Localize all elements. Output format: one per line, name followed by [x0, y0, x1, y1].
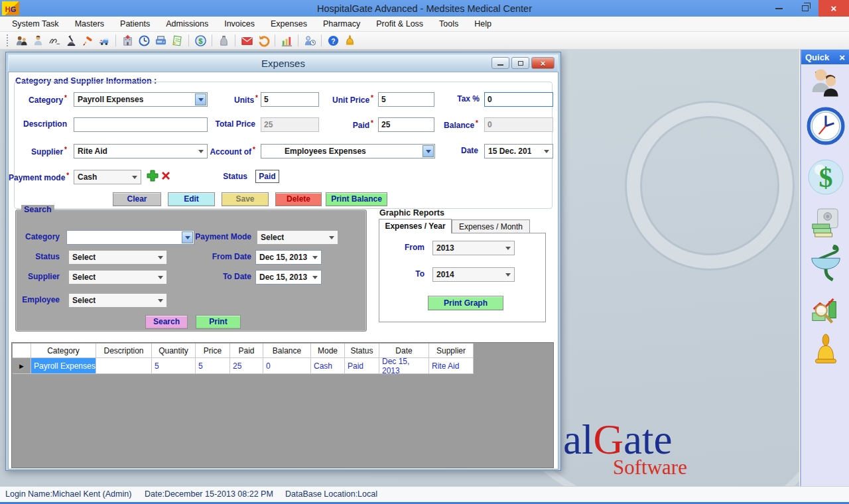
menu-expenses[interactable]: Expenses	[263, 17, 315, 31]
category-combo[interactable]: Payroll Expenses	[74, 92, 208, 107]
col-price[interactable]: Price	[196, 344, 230, 358]
fax-icon[interactable]	[153, 33, 168, 48]
cell-category[interactable]: Payroll Expenses	[31, 358, 96, 374]
help-icon[interactable]: ?	[326, 33, 340, 48]
search-button[interactable]: Search	[145, 315, 188, 329]
col-status[interactable]: Status	[345, 344, 379, 358]
patient-icon[interactable]	[31, 33, 45, 48]
expenses-close-button[interactable]: ×	[531, 57, 555, 69]
cell-description[interactable]	[96, 358, 152, 374]
account-of-combo[interactable]: Employees Expenses	[261, 144, 435, 158]
col-quantity[interactable]: Quantity	[152, 344, 196, 358]
date-picker[interactable]: 15 Dec. 201	[484, 144, 553, 158]
description-input[interactable]	[74, 117, 208, 132]
quick-analysis-icon[interactable]	[810, 296, 840, 330]
col-description[interactable]: Description	[96, 344, 152, 358]
cell-paid[interactable]: 25	[230, 358, 263, 374]
table-row[interactable]: ► Payroll Expenses 5 5 25 0 Cash Paid De…	[13, 358, 474, 374]
status-value: Paid	[255, 170, 279, 183]
cell-price[interactable]: 5	[196, 358, 230, 374]
tax-input[interactable]	[484, 92, 553, 107]
graph-to-combo[interactable]: 2014	[432, 267, 515, 282]
menu-system-task[interactable]: System Task	[4, 17, 67, 31]
col-category[interactable]: Category	[31, 344, 96, 358]
close-button[interactable]: ×	[818, 0, 849, 17]
menu-profit-loss[interactable]: Profit & Loss	[368, 17, 431, 31]
signature-icon[interactable]	[47, 33, 62, 48]
print-balance-button[interactable]: Print Balance	[326, 192, 387, 206]
microscope-icon[interactable]	[64, 33, 78, 48]
chevron-down-icon[interactable]	[423, 145, 434, 157]
patients-group-icon[interactable]	[14, 33, 29, 48]
restore-button[interactable]	[792, 0, 818, 17]
graph-from-combo[interactable]: 2013	[432, 241, 515, 255]
menu-invoices[interactable]: Invoices	[216, 17, 263, 31]
chevron-down-icon[interactable]	[195, 94, 206, 105]
cell-supplier[interactable]: Rite Aid	[429, 358, 474, 374]
quick-staff-icon[interactable]	[808, 66, 842, 104]
menu-masters[interactable]: Masters	[67, 17, 112, 31]
quick-clock-icon[interactable]	[807, 107, 845, 148]
col-balance[interactable]: Balance	[263, 344, 311, 358]
col-mode[interactable]: Mode	[311, 344, 345, 358]
menu-patients[interactable]: Patients	[112, 17, 158, 31]
staff-schedule-icon[interactable]	[302, 33, 317, 48]
search-payment-mode-combo[interactable]: Select	[257, 230, 338, 245]
clock-icon[interactable]	[137, 33, 151, 48]
hospital-icon[interactable]	[120, 33, 135, 48]
invoice-icon[interactable]	[170, 33, 184, 48]
search-to-date-picker[interactable]: Dec 15, 2013	[255, 270, 322, 284]
delete-button[interactable]: Delete	[275, 192, 322, 206]
quick-cash-icon[interactable]	[810, 208, 840, 241]
cell-quantity[interactable]: 5	[152, 358, 196, 374]
search-supplier-combo[interactable]: Select	[68, 270, 167, 284]
cell-date[interactable]: Dec 15, 2013	[379, 358, 429, 374]
chart-icon[interactable]	[279, 33, 294, 48]
ambulance-icon[interactable]	[97, 33, 111, 48]
edit-button[interactable]: Edit	[168, 192, 215, 206]
quick-panel-title: Quick	[805, 52, 829, 62]
col-supplier[interactable]: Supplier	[429, 344, 474, 358]
menu-admissions[interactable]: Admissions	[158, 17, 216, 31]
print-graph-button[interactable]: Print Graph	[428, 296, 503, 310]
search-status-combo[interactable]: Select	[68, 250, 167, 265]
supplies-icon[interactable]	[216, 33, 231, 48]
menu-pharmacy[interactable]: Pharmacy	[315, 17, 368, 31]
search-from-date-picker[interactable]: Dec 15, 2013	[255, 250, 322, 265]
dollar-icon[interactable]: $	[193, 33, 208, 48]
quick-finance-icon[interactable]: $	[807, 158, 844, 198]
quick-bell-icon[interactable]	[811, 334, 840, 372]
supplier-combo[interactable]: Rite Aid	[74, 144, 208, 158]
quick-pharmacy-icon[interactable]	[808, 242, 844, 287]
mail-icon[interactable]	[239, 33, 254, 48]
search-category-combo[interactable]	[66, 230, 194, 245]
quick-close-icon[interactable]: ×	[839, 52, 845, 63]
save-button[interactable]: Save	[222, 192, 269, 206]
print-button[interactable]: Print	[196, 315, 241, 329]
cell-balance[interactable]: 0	[263, 358, 311, 374]
tab-expenses-month[interactable]: Expenses / Month	[452, 220, 530, 233]
expenses-minimize-button[interactable]	[491, 57, 509, 69]
bell-icon[interactable]	[342, 33, 357, 48]
minimize-button[interactable]	[765, 0, 792, 17]
undo-icon[interactable]	[256, 33, 271, 48]
units-input[interactable]	[261, 92, 319, 107]
tab-expenses-year[interactable]: Expenses / Year	[379, 219, 452, 233]
cell-mode[interactable]: Cash	[311, 358, 345, 374]
search-employee-combo[interactable]: Select	[68, 293, 167, 308]
pen-icon[interactable]	[80, 33, 95, 48]
col-paid[interactable]: Paid	[230, 344, 263, 358]
delete-payment-mode-icon[interactable]	[161, 170, 171, 181]
row-selector[interactable]: ►	[13, 358, 31, 374]
expenses-titlebar[interactable]: Expenses ×	[8, 54, 558, 72]
search-title: Search	[21, 205, 54, 214]
chevron-down-icon	[158, 299, 163, 302]
menu-help[interactable]: Help	[466, 17, 499, 31]
add-payment-mode-icon[interactable]	[147, 170, 159, 182]
payment-mode-combo[interactable]: Cash	[74, 170, 141, 184]
expenses-maximize-button[interactable]	[511, 57, 529, 69]
menu-tools[interactable]: Tools	[431, 17, 466, 31]
clear-button[interactable]: Clear	[113, 192, 161, 206]
unit-price-input[interactable]	[378, 92, 434, 107]
cell-status[interactable]: Paid	[345, 358, 379, 374]
